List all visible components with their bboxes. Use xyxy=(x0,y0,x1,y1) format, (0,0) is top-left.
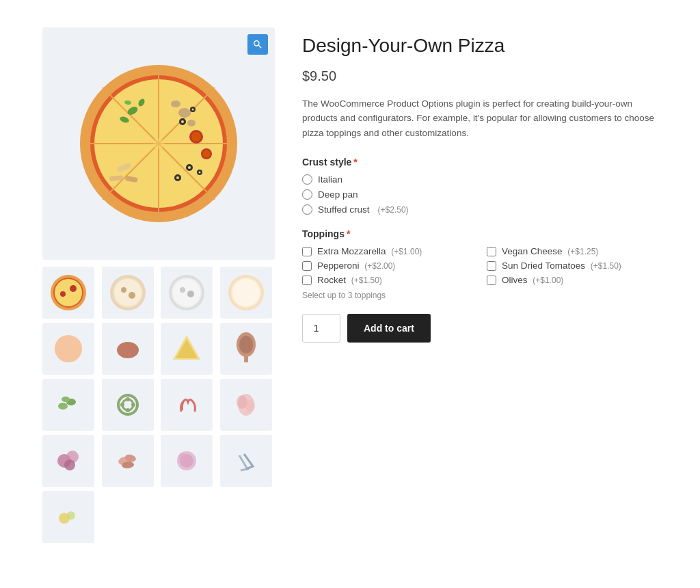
thumb-3[interactable] xyxy=(161,267,213,319)
svg-point-41 xyxy=(129,292,135,299)
crust-deeppan-option[interactable]: Deep pan xyxy=(302,189,658,200)
main-image xyxy=(42,27,275,260)
topping-sun-dried-label: Sun Dried Tomatoes (+$1.50) xyxy=(502,260,621,271)
svg-point-46 xyxy=(187,291,194,297)
toppings-grid: Extra Mozzarella (+$1.00) Vegan Cheese (… xyxy=(302,246,658,285)
svg-point-44 xyxy=(173,279,200,306)
crust-required-star: * xyxy=(353,157,357,168)
zoom-button[interactable] xyxy=(247,34,268,55)
svg-point-9 xyxy=(187,120,196,126)
svg-point-50 xyxy=(55,335,82,362)
crust-deeppan-label: Deep pan xyxy=(318,189,358,200)
crust-italian-label: Italian xyxy=(318,174,342,185)
topping-extra-mozz[interactable]: Extra Mozzarella (+$1.00) xyxy=(302,246,473,256)
thumb-13[interactable] xyxy=(42,435,94,487)
svg-point-15 xyxy=(191,132,201,142)
svg-point-21 xyxy=(176,176,179,179)
topping-sun-dried-checkbox[interactable] xyxy=(487,261,496,271)
topping-rocket-checkbox[interactable] xyxy=(302,276,312,285)
quantity-input[interactable] xyxy=(302,314,340,343)
pizza-illustration xyxy=(77,62,241,226)
topping-pepperoni-label: Pepperoni (+$2.00) xyxy=(317,260,395,271)
svg-point-17 xyxy=(203,150,211,158)
svg-point-31 xyxy=(153,138,164,149)
thumbnail-grid xyxy=(42,267,275,543)
svg-point-49 xyxy=(232,279,260,306)
svg-point-56 xyxy=(239,336,253,353)
crust-deeppan-radio[interactable] xyxy=(302,189,312,200)
thumb-11[interactable] xyxy=(161,379,213,431)
svg-point-40 xyxy=(121,287,126,293)
svg-point-52 xyxy=(117,342,139,358)
toppings-group: Toppings * Extra Mozzarella (+$1.00) Veg… xyxy=(302,228,658,300)
svg-point-65 xyxy=(120,403,124,407)
topping-vegan-cheese-checkbox[interactable] xyxy=(487,247,496,256)
svg-point-19 xyxy=(188,166,191,169)
topping-rocket[interactable]: Rocket (+$1.50) xyxy=(302,275,473,285)
svg-point-35 xyxy=(70,285,77,292)
svg-point-45 xyxy=(180,287,185,293)
topping-olives-label: Olives (+$1.00) xyxy=(502,275,563,285)
toppings-select-note: Select up to 3 toppings xyxy=(302,291,658,300)
svg-point-34 xyxy=(55,279,82,306)
product-gallery xyxy=(42,27,275,543)
svg-point-36 xyxy=(60,291,66,297)
crust-stuffed-radio[interactable] xyxy=(302,204,312,215)
topping-rocket-label: Rocket (+$1.50) xyxy=(317,275,382,285)
svg-point-13 xyxy=(192,109,194,111)
svg-point-80 xyxy=(67,511,75,520)
crust-style-label: Crust style * xyxy=(302,157,658,168)
product-title: Design-Your-Own Pizza xyxy=(302,34,658,57)
crust-italian-radio[interactable] xyxy=(302,174,312,185)
topping-vegan-cheese-label: Vegan Cheese (+$1.25) xyxy=(502,246,598,256)
thumb-4[interactable] xyxy=(220,267,272,319)
topping-vegan-cheese[interactable]: Vegan Cheese (+$1.25) xyxy=(487,246,658,256)
thumb-9[interactable] xyxy=(42,379,94,431)
svg-point-64 xyxy=(126,408,130,412)
zoom-icon xyxy=(252,39,263,50)
toppings-label: Toppings * xyxy=(302,228,658,239)
add-to-cart-button[interactable]: Add to cart xyxy=(347,314,431,343)
svg-point-23 xyxy=(199,172,201,174)
product-description: The WooCommerce Product Options plugin i… xyxy=(302,96,658,141)
svg-rect-57 xyxy=(244,356,248,362)
crust-stuffed-price: (+$2.50) xyxy=(378,205,409,215)
thumb-5[interactable] xyxy=(42,323,94,375)
thumb-7[interactable] xyxy=(161,323,213,375)
thumb-15[interactable] xyxy=(161,435,213,487)
add-to-cart-row: Add to cart xyxy=(302,314,658,343)
thumb-10[interactable] xyxy=(102,379,154,431)
svg-point-66 xyxy=(131,403,135,407)
topping-olives-checkbox[interactable] xyxy=(487,276,496,285)
thumb-1[interactable] xyxy=(42,267,94,319)
thumb-2[interactable] xyxy=(102,267,154,319)
crust-style-group: Crust style * Italian Deep pan Stuffed c… xyxy=(302,157,658,215)
svg-point-58 xyxy=(58,403,68,410)
toppings-required-star: * xyxy=(347,228,350,239)
crust-stuffed-label: Stuffed crust xyxy=(318,204,370,215)
svg-marker-54 xyxy=(176,339,198,358)
product-price: $9.50 xyxy=(302,68,658,84)
topping-pepperoni[interactable]: Pepperoni (+$2.00) xyxy=(302,260,473,271)
svg-point-72 xyxy=(64,459,75,470)
svg-point-11 xyxy=(181,120,184,123)
crust-italian-option[interactable]: Italian xyxy=(302,174,658,185)
svg-point-63 xyxy=(126,397,130,401)
svg-point-78 xyxy=(178,453,187,461)
svg-point-39 xyxy=(114,279,142,306)
topping-pepperoni-checkbox[interactable] xyxy=(302,261,312,271)
svg-point-69 xyxy=(245,400,255,412)
product-details: Design-Your-Own Pizza $9.50 The WooComme… xyxy=(302,27,658,343)
thumb-8[interactable] xyxy=(220,323,272,375)
thumb-17[interactable] xyxy=(42,491,94,543)
thumb-16[interactable] xyxy=(220,435,272,487)
topping-extra-mozz-checkbox[interactable] xyxy=(302,247,312,256)
thumb-14[interactable] xyxy=(102,435,154,487)
crust-stuffed-option[interactable]: Stuffed crust (+$2.50) xyxy=(302,204,658,215)
thumb-6[interactable] xyxy=(102,323,154,375)
thumb-12[interactable] xyxy=(220,379,272,431)
topping-extra-mozz-label: Extra Mozzarella (+$1.00) xyxy=(317,246,422,256)
topping-olives[interactable]: Olives (+$1.00) xyxy=(487,275,658,285)
svg-point-7 xyxy=(178,108,191,118)
topping-sun-dried[interactable]: Sun Dried Tomatoes (+$1.50) xyxy=(487,260,658,271)
